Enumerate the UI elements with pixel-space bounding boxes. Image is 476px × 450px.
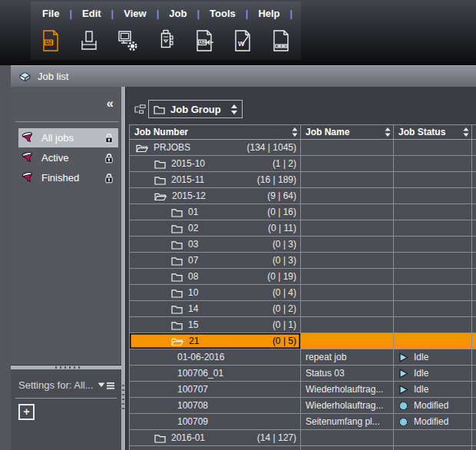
table-row-group[interactable]: 10(0 | 4) — [130, 285, 476, 301]
cell-job-status — [394, 285, 472, 300]
group-count: (0 | 2) — [273, 303, 300, 314]
cell-job-status — [394, 156, 472, 171]
cell-job-name: Seitenumfang pl... — [301, 414, 394, 429]
folder-closed-icon — [171, 223, 183, 233]
status-modified-icon — [398, 417, 408, 427]
workflow-document-icon[interactable] — [270, 28, 292, 53]
folder-open-icon — [171, 336, 183, 346]
group-number: 03 — [188, 239, 198, 250]
cell-spacer — [472, 204, 476, 220]
folder-open-icon — [154, 191, 167, 201]
import-text-icon[interactable]: ABC — [193, 28, 215, 53]
cell-job-name — [301, 237, 394, 252]
cell-job-name: repeat job — [301, 349, 394, 365]
workstation-settings-icon[interactable] — [117, 28, 138, 53]
table-row-job[interactable]: 100706_01Status 03Idle — [130, 366, 476, 382]
cell-job-number: 03(0 | 3) — [130, 237, 301, 252]
status-idle-icon — [398, 385, 408, 395]
settings-dropdown-icon[interactable] — [98, 382, 115, 390]
window-title: Job list — [38, 71, 68, 82]
report-document-icon[interactable]: W — [232, 28, 253, 53]
job-name: Wiederholauftrag... — [306, 400, 383, 411]
group-count: (14 | 127) — [257, 432, 300, 443]
group-count: (0 | 11) — [268, 223, 300, 233]
filter-funnel-icon — [21, 152, 35, 164]
cell-job-status — [394, 204, 472, 220]
filter-item-finished[interactable]: Finished — [18, 168, 118, 187]
group-count: (0 | 19) — [267, 271, 300, 282]
table-row-group[interactable] — [130, 446, 476, 450]
cell-job-number: 100709 — [130, 414, 301, 429]
folder-closed-icon — [171, 207, 183, 217]
cell-job-status — [394, 140, 472, 155]
filter-item-active[interactable]: Active — [18, 148, 118, 167]
job-list-icon[interactable]: ABC — [40, 28, 61, 53]
cell-job-number: 01-06-2016 — [130, 349, 301, 365]
table-row-group[interactable]: 01(0 | 16) — [130, 204, 476, 220]
cell-job-status: Idle — [394, 349, 472, 365]
group-count: (0 | 5) — [273, 336, 300, 346]
job-number: 100709 — [177, 416, 208, 427]
job-number: 01-06-2016 — [177, 352, 224, 362]
table-row-group[interactable]: 21(0 | 5) — [130, 333, 476, 349]
column-header-job-name[interactable]: Job Name — [301, 125, 394, 139]
lock-icon — [104, 173, 114, 184]
lock-icon — [104, 133, 114, 144]
cell-job-number: 01(0 | 16) — [130, 204, 301, 220]
cell-job-status — [394, 172, 472, 187]
cell-spacer — [472, 285, 476, 300]
table-row-group[interactable]: 2015-12(9 | 64) — [130, 188, 476, 204]
group-count: (9 | 64) — [267, 190, 300, 201]
sort-arrows-icon — [292, 127, 298, 137]
table-row-group[interactable]: 2015-11(16 | 189) — [130, 172, 476, 188]
table-row-group[interactable]: 02(0 | 11) — [130, 220, 476, 237]
table-row-group[interactable]: 15(0 | 1) — [130, 317, 476, 333]
table-row-group[interactable]: PRJOBS(134 | 1045) — [130, 140, 476, 156]
table-row-job[interactable]: 100709Seitenumfang pl...Modified — [130, 414, 476, 430]
table-row-group[interactable]: 14(0 | 2) — [130, 301, 476, 317]
sidebar-collapse-button[interactable]: « — [107, 96, 114, 111]
cell-job-status — [394, 188, 472, 203]
menu-help[interactable]: Help — [248, 8, 289, 19]
job-group-selector[interactable]: Job Group — [148, 100, 243, 118]
menu-tools[interactable]: Tools — [200, 8, 246, 19]
table-row-group[interactable]: 2016-01(14 | 127) — [130, 430, 476, 446]
add-filter-button[interactable]: + — [18, 404, 35, 420]
folder-closed-icon — [154, 433, 166, 443]
table-row-group[interactable]: 03(0 | 3) — [130, 237, 476, 253]
status-idle-icon — [398, 352, 408, 362]
cell-job-name — [301, 333, 394, 349]
menu-job[interactable]: Job — [159, 8, 197, 19]
cell-job-name: Wiederholauftrag... — [301, 398, 394, 413]
group-number: 2015-11 — [171, 174, 204, 185]
tree-view-icon[interactable] — [134, 104, 146, 114]
cell-job-status: Idle — [394, 366, 472, 381]
group-count: (0 | 1) — [273, 319, 300, 330]
cell-job-name — [301, 140, 394, 155]
output-tray-icon[interactable] — [78, 28, 100, 53]
menu-file[interactable]: File — [32, 8, 69, 19]
cell-job-number: 2015-10(1 | 2) — [130, 156, 301, 171]
table-row-group[interactable]: 2015-10(1 | 2) — [130, 156, 476, 172]
job-table-area: Job Group Job Number Job Name Job Stat — [126, 87, 476, 450]
column-header-job-status[interactable]: Job Status — [394, 125, 472, 139]
table-row-group[interactable]: 08(0 | 19) — [130, 269, 476, 285]
menu-separator: | — [290, 8, 293, 19]
splitter-grip — [122, 385, 124, 412]
cell-job-number: 2016-01(14 | 127) — [130, 430, 301, 445]
menu-view[interactable]: View — [114, 8, 156, 19]
filter-item-all-jobs[interactable]: All jobs — [18, 128, 118, 147]
menu-edit[interactable]: Edit — [72, 8, 111, 19]
table-row-group[interactable]: 07(0 | 3) — [130, 253, 476, 269]
table-row-job[interactable]: 100707Wiederholauftrag...Idle — [130, 382, 476, 398]
settings-panel: Settings for: All... + — [11, 369, 121, 450]
status-label: Idle — [414, 352, 428, 362]
column-header-job-number[interactable]: Job Number — [130, 125, 301, 139]
filter-label: Active — [41, 152, 68, 164]
press-device-icon[interactable] — [155, 28, 177, 53]
group-count: (0 | 4) — [273, 287, 300, 298]
table-row-job[interactable]: 01-06-2016repeat jobIdle — [130, 349, 476, 366]
table-row-job[interactable]: 100708Wiederholauftrag...Modified — [130, 398, 476, 414]
filter-label: Finished — [41, 172, 79, 184]
cell-job-name — [301, 204, 394, 220]
